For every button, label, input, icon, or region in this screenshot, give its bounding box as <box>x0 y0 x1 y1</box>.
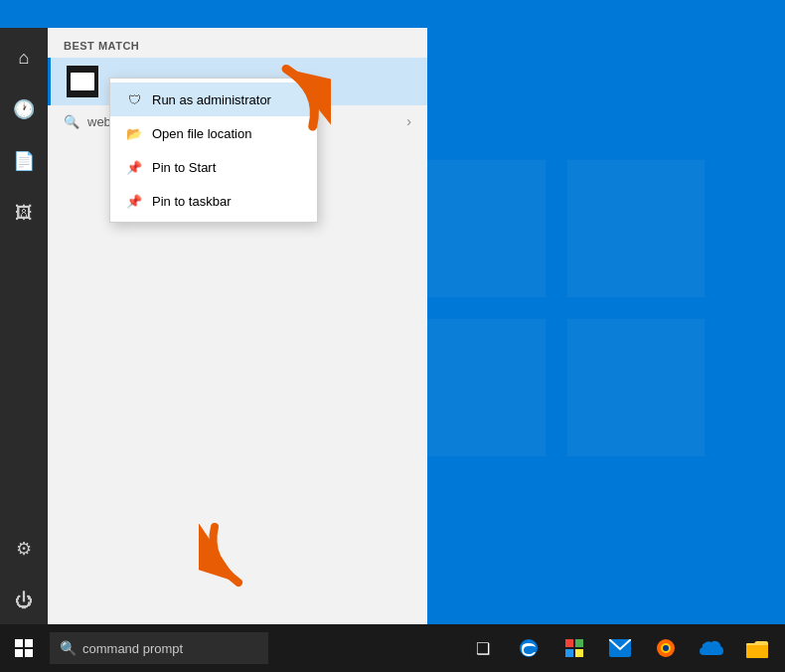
svg-rect-19 <box>746 643 768 658</box>
pin-taskbar-icon: 📌 <box>126 193 142 209</box>
store-icon <box>563 637 585 659</box>
sidebar-home[interactable]: ⌂ <box>0 34 48 82</box>
pin-taskbar-label: Pin to taskbar <box>152 194 232 209</box>
context-pin-taskbar[interactable]: 📌 Pin to taskbar <box>110 184 317 218</box>
edge-button[interactable] <box>507 624 550 672</box>
store-button[interactable] <box>552 624 596 672</box>
task-view-icon: ❑ <box>476 639 490 658</box>
context-menu: 🛡 Run as administrator 📂 Open file locat… <box>109 78 318 223</box>
taskbar-search-bar[interactable]: 🔍 <box>50 632 268 664</box>
cmd-icon <box>67 66 98 97</box>
pin-start-label: Pin to Start <box>152 160 216 175</box>
taskbar-right-icons: ❑ <box>461 624 785 672</box>
start-button[interactable] <box>0 624 48 672</box>
open-file-label: Open file location <box>152 126 251 141</box>
search-web-icon: 🔍 <box>64 114 79 129</box>
taskbar-search-icon: 🔍 <box>60 640 77 656</box>
start-menu: ⌂ 🕐 📄 🖼 ⚙ ⏻ Best match Command Prompt 🔍 … <box>0 28 427 624</box>
context-pin-start[interactable]: 📌 Pin to Start <box>110 150 317 184</box>
mail-button[interactable] <box>598 624 642 672</box>
svg-rect-12 <box>575 639 583 647</box>
firefox-button[interactable] <box>644 624 688 672</box>
best-match-label: Best match <box>48 28 427 58</box>
context-run-admin[interactable]: 🛡 Run as administrator <box>110 83 317 116</box>
svg-rect-0 <box>408 160 547 298</box>
pin-start-icon: 📌 <box>126 159 142 175</box>
explorer-button[interactable] <box>735 624 779 672</box>
sidebar-settings[interactable]: ⚙ <box>0 525 48 573</box>
windows-watermark <box>388 149 725 467</box>
svg-rect-2 <box>408 319 547 457</box>
run-admin-label: Run as administrator <box>152 92 271 107</box>
explorer-icon <box>746 638 768 658</box>
start-sidebar: ⌂ 🕐 📄 🖼 ⚙ ⏻ <box>0 28 48 624</box>
sidebar-recent[interactable]: 🕐 <box>0 85 48 133</box>
mail-icon <box>609 639 631 657</box>
svg-rect-1 <box>567 160 706 298</box>
svg-rect-14 <box>575 649 583 657</box>
sidebar-documents[interactable]: 📄 <box>0 137 48 185</box>
svg-point-18 <box>663 645 669 651</box>
cloud-icon <box>699 639 724 657</box>
svg-rect-8 <box>15 649 23 657</box>
taskbar: 🔍 ❑ <box>0 624 785 672</box>
edge-icon <box>518 637 540 659</box>
run-admin-icon: 🛡 <box>126 91 142 107</box>
search-web-arrow: › <box>406 113 411 129</box>
svg-rect-11 <box>565 639 573 647</box>
svg-rect-9 <box>25 649 33 657</box>
start-menu-content: Best match Command Prompt 🔍 web results … <box>48 28 427 624</box>
context-open-file[interactable]: 📂 Open file location <box>110 116 317 150</box>
sidebar-power[interactable]: ⏻ <box>0 577 48 624</box>
task-view-button[interactable]: ❑ <box>461 624 505 672</box>
svg-rect-3 <box>567 319 706 457</box>
svg-rect-6 <box>15 639 23 647</box>
svg-rect-13 <box>565 649 573 657</box>
open-file-icon: 📂 <box>126 125 142 141</box>
taskbar-search-input[interactable] <box>82 641 251 656</box>
firefox-icon <box>655 637 677 659</box>
onedrive-button[interactable] <box>690 624 733 672</box>
svg-rect-7 <box>25 639 33 647</box>
sidebar-pictures[interactable]: 🖼 <box>0 189 48 237</box>
desktop: risk.com ⌂ 🕐 📄 🖼 ⚙ ⏻ Best match Command … <box>0 0 785 672</box>
